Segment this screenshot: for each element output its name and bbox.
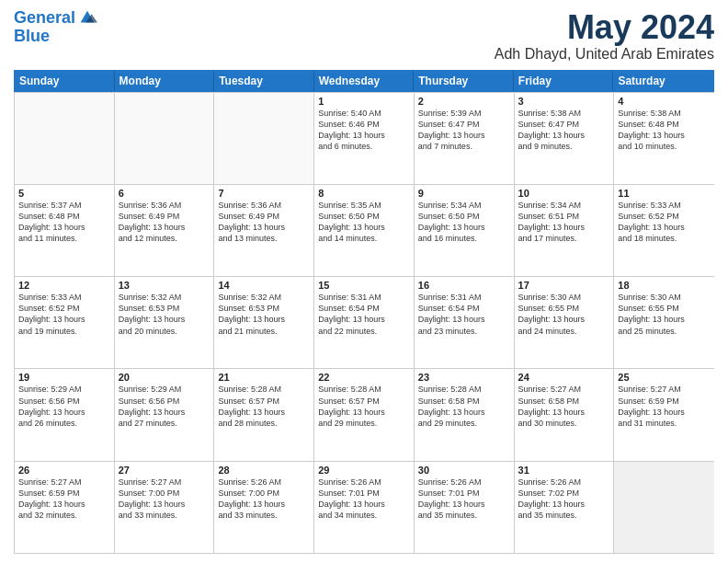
cell-info: Sunrise: 5:26 AM Sunset: 7:01 PM Dayligh… xyxy=(318,477,410,522)
cell-info: Sunrise: 5:38 AM Sunset: 6:47 PM Dayligh… xyxy=(518,108,610,153)
cell-info: Sunrise: 5:36 AM Sunset: 6:49 PM Dayligh… xyxy=(218,200,310,245)
calendar-cell: 15Sunrise: 5:31 AM Sunset: 6:54 PM Dayli… xyxy=(314,277,415,368)
calendar-body: 1Sunrise: 5:40 AM Sunset: 6:46 PM Daylig… xyxy=(14,92,714,554)
day-number: 29 xyxy=(318,465,410,476)
day-number: 18 xyxy=(618,280,711,291)
cell-info: Sunrise: 5:28 AM Sunset: 6:57 PM Dayligh… xyxy=(218,384,310,429)
calendar-cell: 28Sunrise: 5:26 AM Sunset: 7:00 PM Dayli… xyxy=(214,462,314,553)
header-cell-monday: Monday xyxy=(115,71,215,91)
cell-info: Sunrise: 5:27 AM Sunset: 6:59 PM Dayligh… xyxy=(18,477,110,522)
calendar-cell: 14Sunrise: 5:32 AM Sunset: 6:53 PM Dayli… xyxy=(214,277,314,368)
location-title: Adh Dhayd, United Arab Emirates xyxy=(495,46,714,63)
day-number: 16 xyxy=(418,280,510,291)
day-number: 6 xyxy=(119,188,210,199)
day-number: 24 xyxy=(518,372,610,383)
day-number: 26 xyxy=(18,465,110,476)
calendar-cell: 31Sunrise: 5:26 AM Sunset: 7:02 PM Dayli… xyxy=(515,462,615,553)
logo-text-line2: Blue xyxy=(14,28,50,46)
calendar-row-3: 12Sunrise: 5:33 AM Sunset: 6:52 PM Dayli… xyxy=(15,276,714,368)
calendar-cell xyxy=(15,93,115,184)
day-number: 8 xyxy=(318,188,410,199)
day-number: 25 xyxy=(618,372,711,383)
cell-info: Sunrise: 5:26 AM Sunset: 7:00 PM Dayligh… xyxy=(218,477,310,522)
page: General Blue May 2024 Adh Dhayd, United … xyxy=(0,0,728,563)
calendar-cell: 30Sunrise: 5:26 AM Sunset: 7:01 PM Dayli… xyxy=(415,462,515,553)
cell-info: Sunrise: 5:32 AM Sunset: 6:53 PM Dayligh… xyxy=(218,292,310,337)
header-cell-saturday: Saturday xyxy=(613,71,713,91)
day-number: 30 xyxy=(418,465,510,476)
day-number: 27 xyxy=(119,465,210,476)
day-number: 11 xyxy=(618,188,711,199)
calendar-cell: 3Sunrise: 5:38 AM Sunset: 6:47 PM Daylig… xyxy=(515,93,615,184)
day-number: 28 xyxy=(218,465,310,476)
calendar-cell: 8Sunrise: 5:35 AM Sunset: 6:50 PM Daylig… xyxy=(314,185,415,276)
day-number: 21 xyxy=(218,372,310,383)
calendar-cell: 2Sunrise: 5:39 AM Sunset: 6:47 PM Daylig… xyxy=(415,93,515,184)
header-cell-wednesday: Wednesday xyxy=(314,71,415,91)
cell-info: Sunrise: 5:35 AM Sunset: 6:50 PM Dayligh… xyxy=(318,200,410,245)
calendar-cell: 11Sunrise: 5:33 AM Sunset: 6:52 PM Dayli… xyxy=(614,185,714,276)
calendar-header: SundayMondayTuesdayWednesdayThursdayFrid… xyxy=(14,70,714,92)
calendar-cell: 5Sunrise: 5:37 AM Sunset: 6:48 PM Daylig… xyxy=(15,185,115,276)
calendar-cell: 18Sunrise: 5:30 AM Sunset: 6:55 PM Dayli… xyxy=(614,277,714,368)
header: General Blue May 2024 Adh Dhayd, United … xyxy=(14,9,714,63)
calendar-cell: 27Sunrise: 5:27 AM Sunset: 7:00 PM Dayli… xyxy=(115,462,215,553)
calendar-cell: 16Sunrise: 5:31 AM Sunset: 6:54 PM Dayli… xyxy=(415,277,515,368)
day-number: 20 xyxy=(119,372,210,383)
cell-info: Sunrise: 5:26 AM Sunset: 7:01 PM Dayligh… xyxy=(418,477,510,522)
calendar-row-1: 1Sunrise: 5:40 AM Sunset: 6:46 PM Daylig… xyxy=(15,92,714,184)
logo-icon xyxy=(77,7,97,28)
header-cell-thursday: Thursday xyxy=(414,71,514,91)
calendar-cell xyxy=(614,462,714,553)
day-number: 15 xyxy=(318,280,410,291)
cell-info: Sunrise: 5:28 AM Sunset: 6:57 PM Dayligh… xyxy=(318,384,410,429)
day-number: 7 xyxy=(218,188,310,199)
cell-info: Sunrise: 5:38 AM Sunset: 6:48 PM Dayligh… xyxy=(618,108,711,153)
title-block: May 2024 Adh Dhayd, United Arab Emirates xyxy=(495,9,714,63)
cell-info: Sunrise: 5:31 AM Sunset: 6:54 PM Dayligh… xyxy=(318,292,410,337)
calendar-cell: 21Sunrise: 5:28 AM Sunset: 6:57 PM Dayli… xyxy=(214,369,314,460)
calendar-cell: 6Sunrise: 5:36 AM Sunset: 6:49 PM Daylig… xyxy=(115,185,215,276)
calendar-cell: 24Sunrise: 5:27 AM Sunset: 6:58 PM Dayli… xyxy=(515,369,615,460)
day-number: 4 xyxy=(618,96,711,107)
day-number: 17 xyxy=(518,280,610,291)
day-number: 2 xyxy=(418,96,510,107)
cell-info: Sunrise: 5:33 AM Sunset: 6:52 PM Dayligh… xyxy=(618,200,711,245)
day-number: 13 xyxy=(119,280,210,291)
cell-info: Sunrise: 5:31 AM Sunset: 6:54 PM Dayligh… xyxy=(418,292,510,337)
calendar-cell: 4Sunrise: 5:38 AM Sunset: 6:48 PM Daylig… xyxy=(614,93,714,184)
calendar-cell xyxy=(214,93,314,184)
day-number: 14 xyxy=(218,280,310,291)
calendar-cell: 22Sunrise: 5:28 AM Sunset: 6:57 PM Dayli… xyxy=(314,369,415,460)
cell-info: Sunrise: 5:39 AM Sunset: 6:47 PM Dayligh… xyxy=(418,108,510,153)
day-number: 23 xyxy=(418,372,510,383)
calendar-cell: 13Sunrise: 5:32 AM Sunset: 6:53 PM Dayli… xyxy=(115,277,215,368)
calendar-cell: 12Sunrise: 5:33 AM Sunset: 6:52 PM Dayli… xyxy=(15,277,115,368)
cell-info: Sunrise: 5:28 AM Sunset: 6:58 PM Dayligh… xyxy=(418,384,510,429)
calendar-cell: 29Sunrise: 5:26 AM Sunset: 7:01 PM Dayli… xyxy=(314,462,415,553)
cell-info: Sunrise: 5:40 AM Sunset: 6:46 PM Dayligh… xyxy=(318,108,410,153)
calendar-cell xyxy=(115,93,215,184)
cell-info: Sunrise: 5:26 AM Sunset: 7:02 PM Dayligh… xyxy=(518,477,610,522)
cell-info: Sunrise: 5:34 AM Sunset: 6:50 PM Dayligh… xyxy=(418,200,510,245)
cell-info: Sunrise: 5:34 AM Sunset: 6:51 PM Dayligh… xyxy=(518,200,610,245)
header-cell-friday: Friday xyxy=(514,71,614,91)
calendar-row-4: 19Sunrise: 5:29 AM Sunset: 6:56 PM Dayli… xyxy=(15,368,714,460)
calendar-cell: 17Sunrise: 5:30 AM Sunset: 6:55 PM Dayli… xyxy=(515,277,615,368)
cell-info: Sunrise: 5:29 AM Sunset: 6:56 PM Dayligh… xyxy=(18,384,110,429)
header-cell-sunday: Sunday xyxy=(15,71,115,91)
cell-info: Sunrise: 5:29 AM Sunset: 6:56 PM Dayligh… xyxy=(119,384,210,429)
calendar-cell: 26Sunrise: 5:27 AM Sunset: 6:59 PM Dayli… xyxy=(15,462,115,553)
calendar-cell: 7Sunrise: 5:36 AM Sunset: 6:49 PM Daylig… xyxy=(214,185,314,276)
cell-info: Sunrise: 5:27 AM Sunset: 6:58 PM Dayligh… xyxy=(518,384,610,429)
cell-info: Sunrise: 5:37 AM Sunset: 6:48 PM Dayligh… xyxy=(18,200,110,245)
cell-info: Sunrise: 5:32 AM Sunset: 6:53 PM Dayligh… xyxy=(119,292,210,337)
cell-info: Sunrise: 5:30 AM Sunset: 6:55 PM Dayligh… xyxy=(518,292,610,337)
logo-text-line1: General xyxy=(14,9,75,28)
cell-info: Sunrise: 5:27 AM Sunset: 7:00 PM Dayligh… xyxy=(119,477,210,522)
calendar-row-2: 5Sunrise: 5:37 AM Sunset: 6:48 PM Daylig… xyxy=(15,184,714,276)
day-number: 10 xyxy=(518,188,610,199)
calendar-cell: 10Sunrise: 5:34 AM Sunset: 6:51 PM Dayli… xyxy=(515,185,615,276)
calendar-row-5: 26Sunrise: 5:27 AM Sunset: 6:59 PM Dayli… xyxy=(15,461,714,553)
calendar-cell: 19Sunrise: 5:29 AM Sunset: 6:56 PM Dayli… xyxy=(15,369,115,460)
